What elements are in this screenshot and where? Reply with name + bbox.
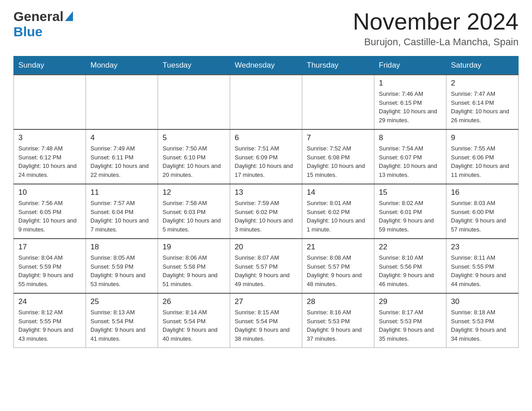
logo: General Blue: [13, 9, 73, 39]
calendar-cell: [302, 75, 374, 129]
day-number: 7: [307, 133, 369, 142]
calendar-header-row: SundayMondayTuesdayWednesdayThursdayFrid…: [14, 56, 519, 75]
day-info: Sunrise: 7:47 AMSunset: 6:14 PMDaylight:…: [451, 90, 514, 124]
weekday-header-monday: Monday: [86, 56, 158, 75]
calendar-cell: 1Sunrise: 7:46 AMSunset: 6:15 PMDaylight…: [374, 75, 446, 129]
day-info: Sunrise: 7:54 AMSunset: 6:07 PMDaylight:…: [379, 144, 442, 179]
svg-marker-0: [65, 11, 73, 21]
calendar-cell: 19Sunrise: 8:06 AMSunset: 5:58 PMDayligh…: [158, 239, 230, 293]
day-info: Sunrise: 8:04 AMSunset: 5:59 PMDaylight:…: [18, 253, 81, 288]
calendar-cell: 14Sunrise: 8:01 AMSunset: 6:02 PMDayligh…: [302, 184, 374, 239]
weekday-header-thursday: Thursday: [302, 56, 374, 75]
calendar-cell: 3Sunrise: 7:48 AMSunset: 6:12 PMDaylight…: [14, 129, 86, 184]
weekday-header-friday: Friday: [374, 56, 446, 75]
calendar-cell: 5Sunrise: 7:50 AMSunset: 6:10 PMDaylight…: [158, 129, 230, 184]
day-number: 29: [379, 297, 442, 306]
week-row-4: 17Sunrise: 8:04 AMSunset: 5:59 PMDayligh…: [14, 239, 519, 293]
calendar-cell: 9Sunrise: 7:55 AMSunset: 6:06 PMDaylight…: [446, 129, 519, 184]
day-info: Sunrise: 8:18 AMSunset: 5:53 PMDaylight:…: [451, 308, 514, 343]
calendar-cell: 13Sunrise: 7:59 AMSunset: 6:02 PMDayligh…: [230, 184, 302, 239]
day-info: Sunrise: 7:57 AMSunset: 6:04 PMDaylight:…: [90, 199, 153, 234]
calendar-cell: 29Sunrise: 8:17 AMSunset: 5:53 PMDayligh…: [374, 293, 446, 348]
day-number: 18: [90, 243, 153, 252]
day-number: 12: [163, 188, 225, 197]
day-number: 4: [90, 133, 153, 142]
week-row-2: 3Sunrise: 7:48 AMSunset: 6:12 PMDaylight…: [14, 129, 519, 184]
day-info: Sunrise: 7:49 AMSunset: 6:11 PMDaylight:…: [90, 144, 153, 179]
weekday-header-tuesday: Tuesday: [158, 56, 230, 75]
calendar-cell: 21Sunrise: 8:08 AMSunset: 5:57 PMDayligh…: [302, 239, 374, 293]
calendar-cell: 23Sunrise: 8:11 AMSunset: 5:55 PMDayligh…: [446, 239, 519, 293]
location: Burujon, Castille-La Mancha, Spain: [353, 36, 519, 48]
day-number: 17: [18, 243, 81, 252]
day-number: 13: [235, 188, 297, 197]
day-number: 30: [451, 297, 514, 306]
day-number: 28: [307, 297, 369, 306]
calendar-cell: 25Sunrise: 8:13 AMSunset: 5:54 PMDayligh…: [86, 293, 158, 348]
day-number: 2: [451, 79, 514, 88]
day-number: 6: [235, 133, 297, 142]
day-info: Sunrise: 8:08 AMSunset: 5:57 PMDaylight:…: [307, 253, 369, 288]
calendar-cell: [86, 75, 158, 129]
day-info: Sunrise: 8:05 AMSunset: 5:59 PMDaylight:…: [90, 253, 153, 288]
calendar-cell: [230, 75, 302, 129]
day-number: 27: [235, 297, 297, 306]
week-row-5: 24Sunrise: 8:12 AMSunset: 5:55 PMDayligh…: [14, 293, 519, 348]
weekday-header-saturday: Saturday: [446, 56, 519, 75]
calendar-cell: [158, 75, 230, 129]
day-info: Sunrise: 7:48 AMSunset: 6:12 PMDaylight:…: [18, 144, 81, 179]
calendar-cell: 7Sunrise: 7:52 AMSunset: 6:08 PMDaylight…: [302, 129, 374, 184]
calendar-cell: 12Sunrise: 7:58 AMSunset: 6:03 PMDayligh…: [158, 184, 230, 239]
day-number: 26: [163, 297, 225, 306]
day-info: Sunrise: 8:12 AMSunset: 5:55 PMDaylight:…: [18, 308, 81, 343]
day-info: Sunrise: 8:02 AMSunset: 6:01 PMDaylight:…: [379, 199, 442, 234]
page-header: General Blue November 2024 Burujon, Cast…: [13, 9, 519, 48]
day-number: 16: [451, 188, 514, 197]
logo-blue-text: Blue: [13, 24, 43, 39]
day-number: 21: [307, 243, 369, 252]
day-info: Sunrise: 7:58 AMSunset: 6:03 PMDaylight:…: [163, 199, 225, 234]
day-number: 3: [18, 133, 81, 142]
calendar-cell: 6Sunrise: 7:51 AMSunset: 6:09 PMDaylight…: [230, 129, 302, 184]
calendar-cell: 22Sunrise: 8:10 AMSunset: 5:56 PMDayligh…: [374, 239, 446, 293]
day-info: Sunrise: 8:14 AMSunset: 5:54 PMDaylight:…: [163, 308, 225, 343]
day-info: Sunrise: 7:55 AMSunset: 6:06 PMDaylight:…: [451, 144, 514, 179]
calendar-cell: [14, 75, 86, 129]
calendar-cell: 2Sunrise: 7:47 AMSunset: 6:14 PMDaylight…: [446, 75, 519, 129]
title-block: November 2024 Burujon, Castille-La Manch…: [353, 9, 519, 48]
day-number: 25: [90, 297, 153, 306]
day-info: Sunrise: 7:46 AMSunset: 6:15 PMDaylight:…: [379, 90, 442, 124]
day-info: Sunrise: 7:52 AMSunset: 6:08 PMDaylight:…: [307, 144, 369, 179]
day-number: 23: [451, 243, 514, 252]
week-row-1: 1Sunrise: 7:46 AMSunset: 6:15 PMDaylight…: [14, 75, 519, 129]
day-info: Sunrise: 7:51 AMSunset: 6:09 PMDaylight:…: [235, 144, 297, 179]
calendar-cell: 4Sunrise: 7:49 AMSunset: 6:11 PMDaylight…: [86, 129, 158, 184]
calendar-cell: 20Sunrise: 8:07 AMSunset: 5:57 PMDayligh…: [230, 239, 302, 293]
day-info: Sunrise: 8:07 AMSunset: 5:57 PMDaylight:…: [235, 253, 297, 288]
logo-general-text: General: [13, 9, 64, 24]
month-title: November 2024: [353, 9, 519, 34]
calendar-cell: 24Sunrise: 8:12 AMSunset: 5:55 PMDayligh…: [14, 293, 86, 348]
day-info: Sunrise: 8:03 AMSunset: 6:00 PMDaylight:…: [451, 199, 514, 234]
day-number: 10: [18, 188, 81, 197]
calendar-cell: 26Sunrise: 8:14 AMSunset: 5:54 PMDayligh…: [158, 293, 230, 348]
week-row-3: 10Sunrise: 7:56 AMSunset: 6:05 PMDayligh…: [14, 184, 519, 239]
day-info: Sunrise: 8:13 AMSunset: 5:54 PMDaylight:…: [90, 308, 153, 343]
weekday-header-wednesday: Wednesday: [230, 56, 302, 75]
day-number: 11: [90, 188, 153, 197]
calendar-cell: 15Sunrise: 8:02 AMSunset: 6:01 PMDayligh…: [374, 184, 446, 239]
day-number: 22: [379, 243, 442, 252]
day-info: Sunrise: 8:10 AMSunset: 5:56 PMDaylight:…: [379, 253, 442, 288]
day-info: Sunrise: 7:59 AMSunset: 6:02 PMDaylight:…: [235, 199, 297, 234]
day-info: Sunrise: 8:15 AMSunset: 5:54 PMDaylight:…: [235, 308, 297, 343]
calendar-cell: 27Sunrise: 8:15 AMSunset: 5:54 PMDayligh…: [230, 293, 302, 348]
day-number: 19: [163, 243, 225, 252]
weekday-header-sunday: Sunday: [14, 56, 86, 75]
calendar-cell: 11Sunrise: 7:57 AMSunset: 6:04 PMDayligh…: [86, 184, 158, 239]
day-number: 14: [307, 188, 369, 197]
day-number: 15: [379, 188, 442, 197]
day-info: Sunrise: 8:01 AMSunset: 6:02 PMDaylight:…: [307, 199, 369, 234]
day-info: Sunrise: 8:17 AMSunset: 5:53 PMDaylight:…: [379, 308, 442, 343]
calendar-cell: 8Sunrise: 7:54 AMSunset: 6:07 PMDaylight…: [374, 129, 446, 184]
day-info: Sunrise: 8:11 AMSunset: 5:55 PMDaylight:…: [451, 253, 514, 288]
